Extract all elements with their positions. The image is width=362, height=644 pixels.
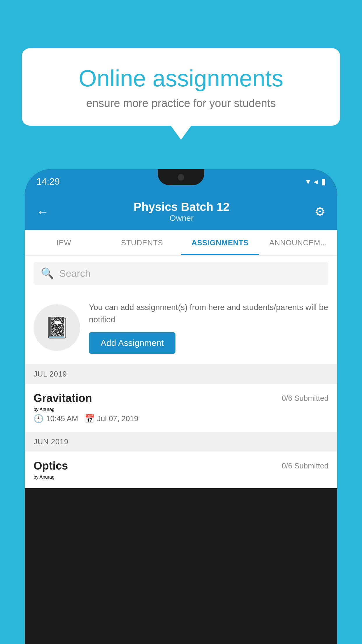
notch xyxy=(158,169,204,185)
info-card: 📓 You can add assignment(s) from here an… xyxy=(25,291,337,364)
speech-bubble: Online assignments ensure more practice … xyxy=(22,48,340,126)
notebook-icon: 📓 xyxy=(44,316,70,340)
assignment-top-row: Gravitation 0/6 Submitted xyxy=(34,392,328,405)
tab-iew[interactable]: IEW xyxy=(25,230,103,255)
battery-icon: ▮ xyxy=(321,177,326,186)
assignment-submitted-gravitation: 0/6 Submitted xyxy=(282,394,328,403)
section-jul-2019: JUL 2019 xyxy=(25,364,337,384)
app-header: ← Physics Batch 12 Owner ⚙ xyxy=(25,194,337,230)
tab-students[interactable]: STUDENTS xyxy=(103,230,181,255)
status-time: 14:29 xyxy=(36,176,60,187)
settings-icon[interactable]: ⚙ xyxy=(314,204,326,219)
assignment-name-optics: Optics xyxy=(34,460,68,472)
assignment-top-row-optics: Optics 0/6 Submitted xyxy=(34,460,328,472)
assignment-optics[interactable]: Optics 0/6 Submitted by Anurag xyxy=(25,452,337,488)
info-text-area: You can add assignment(s) from here and … xyxy=(89,301,328,354)
back-button[interactable]: ← xyxy=(36,205,49,219)
add-assignment-button[interactable]: Add Assignment xyxy=(89,332,175,354)
info-description: You can add assignment(s) from here and … xyxy=(89,301,328,326)
header-center: Physics Batch 12 Owner xyxy=(133,200,229,223)
tabs-bar: IEW STUDENTS ASSIGNMENTS ANNOUNCEM... xyxy=(25,230,337,256)
assignment-gravitation[interactable]: Gravitation 0/6 Submitted by Anurag 🕙 10… xyxy=(25,384,337,432)
search-icon: 🔍 xyxy=(41,267,54,279)
calendar-icon: 📅 xyxy=(85,414,95,424)
assignment-icon-circle: 📓 xyxy=(34,304,80,351)
tab-announcements[interactable]: ANNOUNCEM... xyxy=(259,230,337,255)
signal-icon: ◂ xyxy=(314,177,318,186)
assignment-time: 10:45 AM xyxy=(46,414,78,423)
status-bar: 14:29 ▾ ◂ ▮ xyxy=(25,169,337,194)
search-input[interactable]: Search xyxy=(59,268,91,279)
speech-bubble-subtitle: ensure more practice for your students xyxy=(42,97,320,110)
assignment-submitted-optics: 0/6 Submitted xyxy=(282,461,328,470)
search-bar-container: 🔍 Search xyxy=(25,256,337,291)
camera xyxy=(178,174,184,181)
assignment-date: Jul 07, 2019 xyxy=(97,414,138,423)
clock-icon: 🕙 xyxy=(34,414,44,424)
phone-frame: 14:29 ▾ ◂ ▮ ← Physics Batch 12 Owner ⚙ I… xyxy=(25,169,337,644)
header-title: Physics Batch 12 xyxy=(133,200,229,214)
tab-assignments[interactable]: ASSIGNMENTS xyxy=(181,230,259,255)
assignment-name-gravitation: Gravitation xyxy=(34,392,92,405)
assignment-by-gravitation: by Anurag xyxy=(34,407,328,412)
meta-icons-gravitation: 🕙 10:45 AM 📅 Jul 07, 2019 xyxy=(34,414,328,424)
header-subtitle: Owner xyxy=(133,214,229,223)
assignment-by-optics: by Anurag xyxy=(34,475,328,480)
search-bar[interactable]: 🔍 Search xyxy=(34,262,328,285)
section-jun-2019: JUN 2019 xyxy=(25,432,337,452)
wifi-icon: ▾ xyxy=(306,177,310,186)
speech-bubble-title: Online assignments xyxy=(42,66,320,91)
time-meta: 🕙 10:45 AM xyxy=(34,414,78,424)
status-icons: ▾ ◂ ▮ xyxy=(306,177,326,186)
date-meta: 📅 Jul 07, 2019 xyxy=(85,414,138,424)
